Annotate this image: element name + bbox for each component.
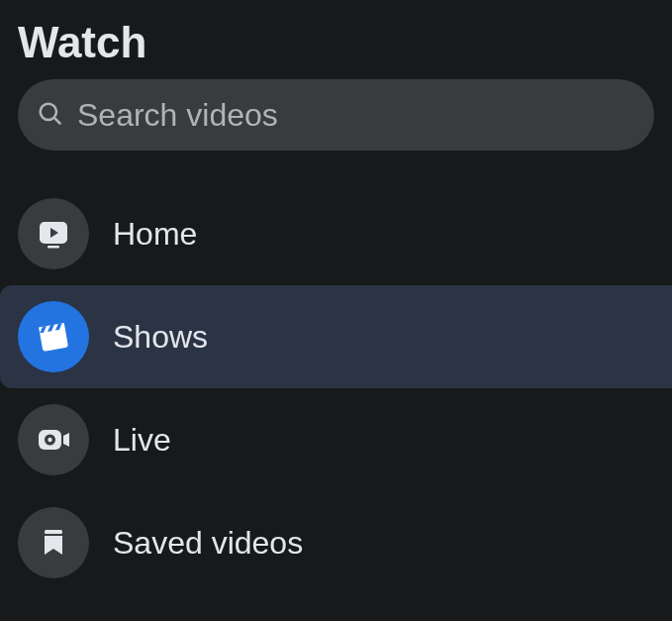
svg-rect-12 bbox=[45, 530, 62, 534]
camera-live-icon bbox=[18, 404, 89, 475]
nav-item-saved-videos[interactable]: Saved videos bbox=[0, 491, 672, 594]
nav-item-live[interactable]: Live bbox=[0, 388, 672, 491]
nav-item-label: Saved videos bbox=[113, 525, 303, 562]
bookmark-icon bbox=[18, 507, 89, 578]
tv-play-icon bbox=[18, 198, 89, 269]
search-icon bbox=[36, 99, 63, 131]
nav-list: Home Shows Live bbox=[0, 164, 672, 594]
svg-point-11 bbox=[48, 438, 51, 442]
svg-line-1 bbox=[54, 118, 60, 124]
nav-item-shows[interactable]: Shows bbox=[0, 285, 672, 388]
nav-item-label: Home bbox=[113, 216, 197, 253]
nav-item-label: Shows bbox=[113, 319, 208, 356]
search-container[interactable] bbox=[18, 79, 654, 151]
nav-item-label: Live bbox=[113, 422, 171, 459]
page-title: Watch bbox=[0, 0, 672, 79]
search-input[interactable] bbox=[77, 97, 636, 134]
svg-rect-4 bbox=[48, 246, 59, 249]
clapperboard-icon bbox=[18, 301, 89, 372]
nav-item-home[interactable]: Home bbox=[0, 182, 672, 285]
